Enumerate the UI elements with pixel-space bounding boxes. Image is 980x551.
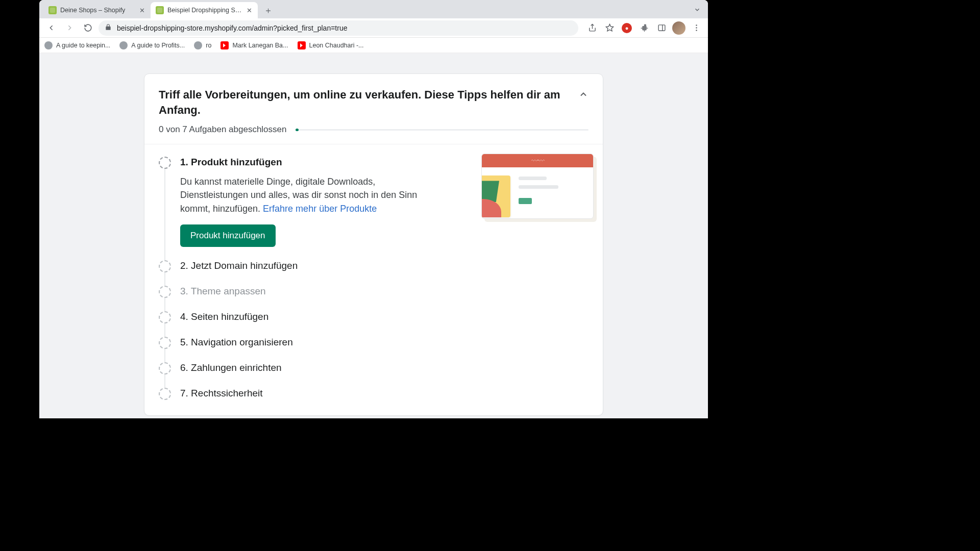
svg-rect-2 (658, 25, 665, 31)
step-label[interactable]: 4. Seiten hinzufügen (180, 311, 589, 322)
step-bullet[interactable] (159, 388, 171, 400)
youtube-icon (298, 41, 306, 49)
step-connector (164, 298, 165, 311)
browser-window: Deine Shops – Shopify ✕ Beispiel Dropshi… (39, 0, 708, 418)
svg-point-4 (696, 24, 697, 26)
globe-icon (194, 41, 202, 49)
progress-row: 0 von 7 Aufgaben abgeschlossen (159, 124, 589, 135)
forward-button[interactable] (62, 20, 77, 36)
tab-title: Deine Shops – Shopify (60, 7, 135, 14)
step-add-domain[interactable]: 2. Jetzt Domain hinzufügen (159, 260, 589, 272)
bookmark-item[interactable]: A guide to Profits... (119, 41, 185, 49)
lock-icon (105, 23, 112, 32)
step-label[interactable]: 7. Rechtssicherheit (180, 388, 589, 399)
youtube-icon (220, 41, 229, 49)
step-connector (164, 272, 165, 286)
setup-guide-card: Triff alle Vorbereitungen, um online zu … (144, 73, 603, 416)
step-connector (164, 169, 165, 260)
svg-point-6 (696, 30, 697, 31)
globe-icon (119, 41, 128, 49)
step-label[interactable]: 3. Theme anpassen (180, 286, 589, 297)
close-icon[interactable]: ✕ (138, 7, 145, 14)
svg-marker-1 (606, 24, 613, 31)
bookmark-item[interactable]: A guide to keepin... (44, 41, 110, 49)
extension-badge[interactable]: ● (619, 20, 634, 36)
bookmark-item[interactable]: Mark Lanegan Ba... (220, 41, 288, 49)
product-illustration: 〰〰 (476, 154, 594, 225)
step-label[interactable]: 6. Zahlungen einrichten (180, 362, 589, 373)
globe-icon (44, 41, 53, 49)
step-bullet[interactable] (159, 260, 171, 272)
bookmark-label: A guide to keepin... (56, 42, 110, 49)
card-header: Triff alle Vorbereitungen, um online zu … (144, 74, 603, 144)
bookmark-label: Leon Chaudhari -... (309, 42, 364, 49)
step-legal[interactable]: 7. Rechtssicherheit (159, 388, 589, 400)
learn-more-link[interactable]: Erfahre mehr über Produkte (263, 204, 377, 214)
tab-strip: Deine Shops – Shopify ✕ Beispiel Dropshi… (39, 0, 708, 18)
step-add-pages[interactable]: 4. Seiten hinzufügen (159, 311, 589, 323)
step-bullet[interactable] (159, 157, 171, 169)
new-tab-button[interactable]: ＋ (261, 3, 275, 17)
bookmark-label: Mark Lanegan Ba... (232, 42, 288, 49)
share-icon[interactable] (584, 20, 600, 36)
step-bullet[interactable] (159, 311, 171, 323)
step-label[interactable]: 2. Jetzt Domain hinzufügen (180, 260, 589, 271)
collapse-button[interactable] (575, 86, 592, 103)
tab-inactive[interactable]: Deine Shops – Shopify ✕ (43, 2, 151, 18)
step-connector (164, 323, 165, 337)
step-connector (164, 349, 165, 362)
side-panel-icon[interactable] (654, 20, 669, 36)
page-content: Triff alle Vorbereitungen, um online zu … (39, 53, 708, 418)
extensions-icon[interactable] (636, 20, 652, 36)
add-product-button[interactable]: Produkt hinzufügen (180, 224, 276, 247)
bookmark-item[interactable]: ro (194, 41, 211, 49)
bookmark-label: ro (206, 42, 211, 49)
tab-active[interactable]: Beispiel Dropshipping Store · H ✕ (151, 2, 258, 18)
bookmark-label: A guide to Profits... (131, 42, 185, 49)
address-bar[interactable]: beispiel-dropshipping-store.myshopify.co… (99, 20, 578, 36)
tabs-dropdown-icon[interactable] (694, 6, 701, 15)
step-add-product[interactable]: 1. Produkt hinzufügen Du kannst materiel… (159, 157, 589, 246)
svg-point-5 (696, 27, 697, 29)
bookmark-star-icon[interactable] (602, 20, 617, 36)
close-icon[interactable]: ✕ (246, 7, 253, 14)
step-bullet[interactable] (159, 286, 171, 298)
step-organize-navigation[interactable]: 5. Navigation organisieren (159, 337, 589, 349)
shopify-favicon (48, 6, 57, 14)
bookmarks-bar: A guide to keepin... A guide to Profits.… (39, 38, 708, 53)
step-list: 1. Produkt hinzufügen Du kannst materiel… (159, 157, 589, 399)
step-description: Du kannst materielle Dinge, digitale Dow… (180, 175, 420, 215)
url-text: beispiel-dropshipping-store.myshopify.co… (117, 24, 347, 32)
back-button[interactable] (43, 20, 59, 36)
step-label[interactable]: 5. Navigation organisieren (180, 337, 589, 348)
step-bullet[interactable] (159, 337, 171, 349)
browser-toolbar: beispiel-dropshipping-store.myshopify.co… (39, 18, 708, 38)
step-customize-theme[interactable]: 3. Theme anpassen (159, 286, 589, 298)
step-connector (164, 374, 165, 388)
progress-bar (296, 129, 589, 131)
progress-text: 0 von 7 Aufgaben abgeschlossen (159, 124, 286, 135)
menu-icon[interactable] (689, 20, 704, 36)
card-body: 1. Produkt hinzufügen Du kannst materiel… (144, 144, 603, 415)
profile-avatar[interactable] (671, 20, 687, 36)
card-title: Triff alle Vorbereitungen, um online zu … (159, 87, 589, 117)
tab-title: Beispiel Dropshipping Store · H (167, 7, 242, 14)
step-bullet[interactable] (159, 362, 171, 374)
step-setup-payments[interactable]: 6. Zahlungen einrichten (159, 362, 589, 374)
reload-button[interactable] (80, 20, 95, 36)
shopify-favicon (156, 6, 164, 14)
bookmark-item[interactable]: Leon Chaudhari -... (298, 41, 364, 49)
